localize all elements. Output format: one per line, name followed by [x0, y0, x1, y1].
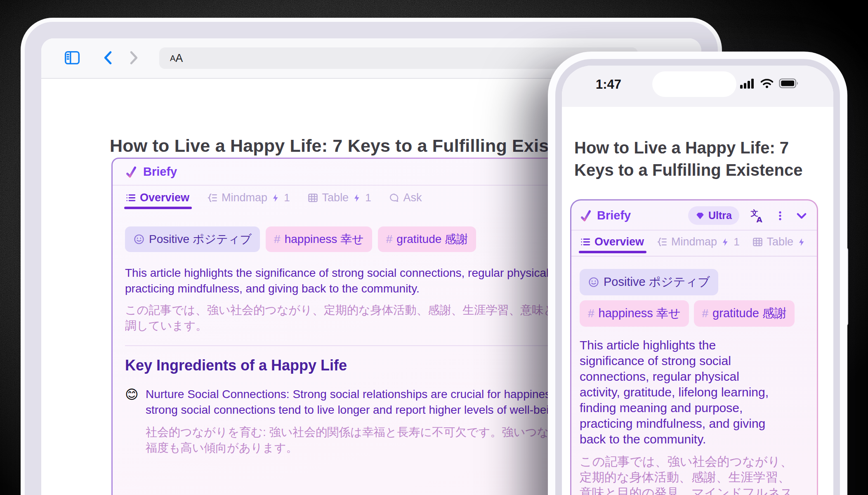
page-title: How to Live a Happy Life: 7 Keys to a Fu…	[110, 136, 596, 156]
gem-icon	[696, 211, 705, 220]
dynamic-island	[652, 71, 736, 97]
hash-symbol: #	[386, 233, 393, 246]
lightning-icon	[721, 237, 730, 247]
tag-list: Positive ポジティブ # happiness 幸せ # gratitud…	[571, 269, 817, 327]
mindmap-icon	[656, 236, 668, 248]
tab-mindmap[interactable]: Mindmap 1	[207, 191, 290, 204]
tag-gratitude[interactable]: # gratitude 感謝	[694, 300, 795, 327]
tag-happiness[interactable]: # happiness 幸せ	[266, 226, 372, 252]
hash-symbol: #	[588, 307, 594, 320]
hash-symbol: #	[274, 233, 281, 246]
translate-icon[interactable]: 文 A	[750, 209, 764, 223]
phone-status-bar: 1:47	[562, 66, 833, 107]
overview-icon	[125, 192, 136, 203]
tab-mindmap[interactable]: Mindmap 1	[656, 236, 740, 248]
briefy-panel: Briefy Ultra 文 A	[570, 199, 818, 495]
tag-positive[interactable]: Positive ポジティブ	[125, 226, 260, 252]
lightning-icon	[797, 237, 806, 247]
brand-name: Briefy	[597, 209, 631, 222]
screenshot-stage: AA How to Live a Happy Life: 7 Keys to a…	[0, 0, 868, 495]
kebab-menu-icon[interactable]	[775, 209, 785, 223]
lightning-icon	[271, 193, 280, 203]
svg-text:A: A	[757, 215, 763, 222]
forward-icon[interactable]	[124, 48, 143, 67]
tab-overview[interactable]: Overview	[125, 191, 189, 204]
active-tab-underline	[579, 251, 646, 253]
smiley-icon	[588, 276, 599, 288]
mindmap-icon	[207, 192, 218, 203]
hash-symbol: #	[702, 307, 709, 320]
active-tab-underline	[124, 207, 192, 209]
briefy-logo-icon	[580, 210, 592, 222]
tab-ask[interactable]: Ask	[389, 191, 422, 204]
phone-device-frame: 1:47	[548, 52, 847, 495]
overview-icon	[580, 236, 591, 248]
wifi-icon	[760, 78, 774, 89]
table-icon	[307, 192, 318, 203]
ask-icon	[389, 192, 400, 203]
smiley-icon	[133, 233, 145, 245]
battery-icon	[779, 78, 800, 89]
tab-table[interactable]: Table 1	[307, 191, 371, 204]
reader-mode-button[interactable]: A	[170, 54, 175, 63]
tag-positive[interactable]: Positive ポジティブ	[580, 269, 718, 295]
cellular-signal-icon	[740, 78, 755, 89]
brand-name: Briefy	[143, 165, 177, 179]
tab-table[interactable]: Table	[752, 236, 807, 248]
tabs-divider	[571, 256, 817, 257]
tab-overview[interactable]: Overview	[580, 236, 644, 248]
chevron-down-icon[interactable]	[795, 209, 809, 223]
sidebar-toggle-icon[interactable]	[63, 48, 82, 67]
summary-japanese: この記事では、強い社会的つながり、 定期的な身体活動、感謝、生涯学習、 意味と目…	[571, 454, 817, 495]
ultra-badge[interactable]: Ultra	[688, 206, 739, 225]
briefy-panel-header: Briefy Ultra 文 A	[571, 200, 817, 231]
table-icon	[752, 236, 763, 248]
lightning-icon	[352, 193, 361, 203]
phone-screen: 1:47	[562, 66, 833, 495]
tag-happiness[interactable]: # happiness 幸せ	[580, 300, 689, 327]
briefy-logo-icon	[125, 166, 137, 178]
tag-gratitude[interactable]: # gratitude 感謝	[378, 226, 476, 252]
back-icon[interactable]	[99, 48, 118, 67]
page-title: How to Live a Happy Life: 7 Keys to a Fu…	[574, 137, 802, 181]
summary-english: This article highlights the significance…	[571, 337, 817, 447]
briefy-tabs: Overview Mindmap 1	[571, 231, 817, 256]
smiling-emoji: 😊	[125, 387, 140, 418]
status-time: 1:47	[596, 77, 621, 92]
